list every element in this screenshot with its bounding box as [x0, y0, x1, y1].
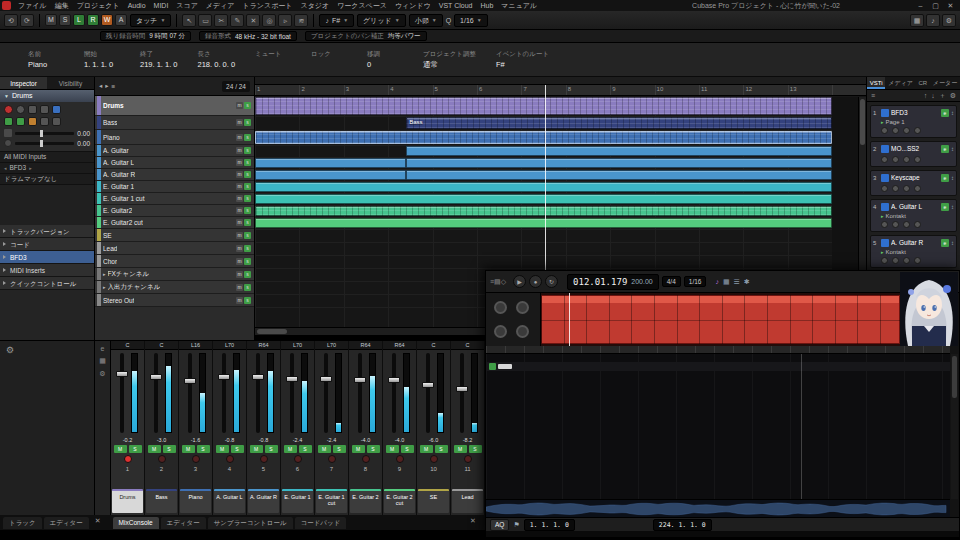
rack-arrows-icon[interactable]: ↕	[951, 204, 954, 210]
mixer-channel-bass[interactable]: C-3.0MS2Bass	[145, 341, 179, 515]
track-row-stereo-out[interactable]: Stereo Outms	[95, 294, 254, 307]
info-field-item[interactable]: プロジェクト調整通常	[423, 47, 476, 76]
channel-record-button[interactable]	[362, 455, 370, 463]
fader-handle[interactable]	[116, 371, 128, 377]
pan-control[interactable]: R64	[383, 341, 416, 350]
fader-handle[interactable]	[184, 378, 196, 384]
track-mute-button[interactable]: m	[236, 245, 243, 252]
move-up-icon[interactable]: ↑	[924, 92, 928, 99]
split-tool-icon[interactable]: ✂	[214, 14, 228, 27]
channel-record-button[interactable]	[260, 455, 268, 463]
knob-icon[interactable]	[903, 156, 910, 163]
knob-icon[interactable]	[903, 127, 910, 134]
track-row-a-guitar[interactable]: A. Guitarms	[95, 145, 254, 157]
zone-tab-item[interactable]: トラック	[3, 517, 42, 529]
knob-icon[interactable]	[881, 257, 888, 264]
track-solo-button[interactable]: s	[244, 102, 251, 109]
clip-e-guitar-1-0[interactable]	[255, 182, 832, 192]
range-tool-icon[interactable]: ▭	[198, 14, 212, 27]
mixer-channel-e-guitar-2[interactable]: R64-4.0MS8E. Guitar 2	[349, 341, 383, 515]
automation-s-button[interactable]: S	[59, 14, 71, 26]
edit-channel-button[interactable]	[52, 117, 61, 126]
lanes-icon[interactable]: ☰	[734, 278, 740, 286]
track-row-chor[interactable]: Chorms	[95, 255, 254, 268]
root-key-dropdown[interactable]: ♪ F# ▼	[319, 14, 354, 27]
menu-item[interactable]: ウィンドウ	[391, 0, 435, 11]
clip-e-guitar-1-cut-0[interactable]	[255, 194, 832, 204]
channel-name-label[interactable]: A. Guitar R	[248, 489, 279, 513]
mixer-channel-se[interactable]: C-6.0MS10SE	[417, 341, 451, 515]
pan-control[interactable]: L70	[315, 341, 348, 350]
clip-a-guitar-r-0[interactable]	[255, 170, 406, 180]
edit-instrument-button[interactable]: e	[941, 109, 949, 117]
rack-arrows-icon[interactable]: ↕	[951, 146, 954, 152]
read-automation-button[interactable]	[52, 105, 61, 114]
vsti-menu-icon[interactable]: ≡	[871, 92, 875, 99]
timeline-ruler[interactable]: 12345678910111213	[255, 85, 866, 96]
channel-name-label[interactable]: E. Guitar 2 cut	[384, 489, 415, 513]
diamond-icon[interactable]: ◇	[501, 278, 506, 285]
channel-mute-button[interactable]: M	[284, 445, 297, 453]
channel-solo-button[interactable]: S	[265, 445, 278, 453]
cycle-button[interactable]: ↻	[545, 275, 558, 288]
mixer-channel-e-guitar-1-cut[interactable]: L70-2.4MS7E. Guitar 1 cut	[315, 341, 349, 515]
track-row-e-guitar-1[interactable]: E. Guitar 1ms	[95, 181, 254, 193]
track-row-item[interactable]: ▸入出力チャンネルms	[95, 281, 254, 294]
menu-item[interactable]: ファイル	[14, 0, 51, 11]
track-solo-button[interactable]: s	[244, 245, 251, 252]
rack-preset-row[interactable]: ▸Page 1	[871, 119, 956, 126]
select-tool-icon[interactable]: ↖	[182, 14, 196, 27]
channel-record-button[interactable]	[396, 455, 404, 463]
audition-tool-icon[interactable]: ▹	[278, 14, 292, 27]
clip-a-guitar-r-1[interactable]	[406, 170, 832, 180]
edit-instrument-button[interactable]: e	[941, 203, 949, 211]
track-row-fx[interactable]: ▸FXチャンネルms	[95, 268, 254, 281]
midi-in-button[interactable]	[4, 117, 13, 126]
midi-icon[interactable]: ♪	[926, 14, 940, 27]
instrument-power-button[interactable]	[881, 203, 889, 211]
knob-icon[interactable]	[903, 185, 910, 192]
menu-item[interactable]: 編集	[51, 0, 73, 11]
info-field-item[interactable]: ミュート	[255, 47, 291, 76]
knob-icon[interactable]	[881, 185, 888, 192]
inspector-row-item[interactable]: ドラムマップなし	[0, 174, 94, 185]
clip-e-guitar2-0[interactable]	[255, 206, 832, 216]
fader-handle[interactable]	[252, 374, 264, 380]
pan-control[interactable]: L70	[213, 341, 246, 350]
automation-w-button[interactable]: W	[101, 14, 113, 26]
channel-mute-button[interactable]: M	[182, 445, 195, 453]
inspector-track-header[interactable]: ▼ Drums	[0, 90, 94, 102]
pan-control[interactable]: L16	[179, 341, 212, 350]
menu-item[interactable]: スタジオ	[296, 0, 333, 11]
rack-preset-row[interactable]: ▸Kontakt	[871, 249, 956, 256]
inspector-section-midi-inserts[interactable]: MIDI Inserts	[0, 264, 94, 277]
track-solo-button[interactable]: s	[244, 258, 251, 265]
knob-icon[interactable]	[914, 156, 921, 163]
knob-icon[interactable]	[914, 221, 921, 228]
marker-flag-icon[interactable]: ⚑	[513, 521, 519, 529]
channel-name-label[interactable]: Piano	[180, 489, 211, 513]
channel-solo-button[interactable]: S	[299, 445, 312, 453]
track-solo-button[interactable]: s	[244, 171, 251, 178]
lower-zone-tab-mixconsole[interactable]: MixConsole	[113, 517, 159, 529]
snap-grid-dropdown[interactable]: グリッド ▼	[357, 14, 406, 27]
mute-button[interactable]	[28, 105, 37, 114]
zoom-tool-icon[interactable]: ◎	[262, 14, 276, 27]
automation-mode-dropdown[interactable]: タッチ ▼	[130, 14, 171, 27]
right-zone-tab-item[interactable]: メディア	[885, 77, 915, 89]
channel-solo-button[interactable]: S	[163, 445, 176, 453]
channel-record-button[interactable]	[226, 455, 234, 463]
channel-mute-button[interactable]: M	[216, 445, 229, 453]
channel-solo-button[interactable]: S	[197, 445, 210, 453]
menu-item[interactable]: マニュアル	[497, 0, 541, 11]
zone-tab-item[interactable]: エディター	[44, 517, 89, 529]
mixer-channel-a-guitar-l[interactable]: L70-0.8MS4A. Guitar L	[213, 341, 247, 515]
inspector-section-item[interactable]: トラックバージョン	[0, 225, 94, 238]
maximize-button[interactable]: ▢	[928, 0, 943, 11]
channel-mute-button[interactable]: M	[114, 445, 127, 453]
channel-name-label[interactable]: E. Guitar 2	[350, 489, 381, 513]
menu-item[interactable]: スコア	[172, 0, 202, 11]
vsti-settings-icon[interactable]: ⚙	[950, 92, 956, 100]
redo-icon[interactable]: ⟳	[20, 14, 34, 27]
info-field-item[interactable]: 終了219. 1. 1. 0	[140, 47, 178, 76]
